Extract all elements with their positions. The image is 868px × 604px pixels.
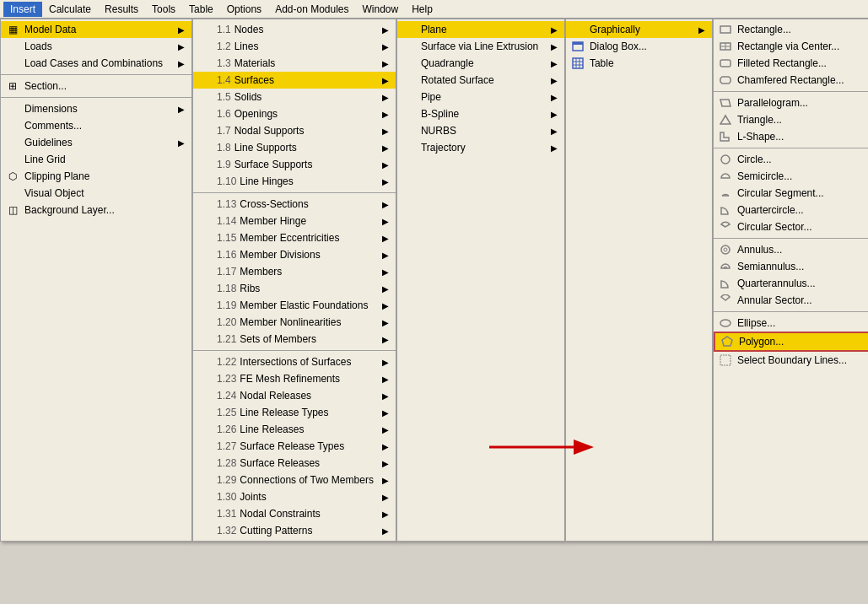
menubar: Insert Calculate Results Tools Table Opt…: [0, 0, 868, 19]
menu-results[interactable]: Results: [98, 2, 145, 17]
menu-help[interactable]: Help: [405, 2, 439, 17]
menu-options[interactable]: Options: [220, 2, 268, 17]
menu-addon[interactable]: Add-on Modules: [268, 2, 355, 17]
menu-table[interactable]: Table: [182, 2, 220, 17]
menu-window[interactable]: Window: [356, 2, 406, 17]
menu-tools[interactable]: Tools: [145, 2, 182, 17]
menu-insert[interactable]: Insert: [3, 2, 42, 17]
menu-calculate[interactable]: Calculate: [42, 2, 98, 17]
